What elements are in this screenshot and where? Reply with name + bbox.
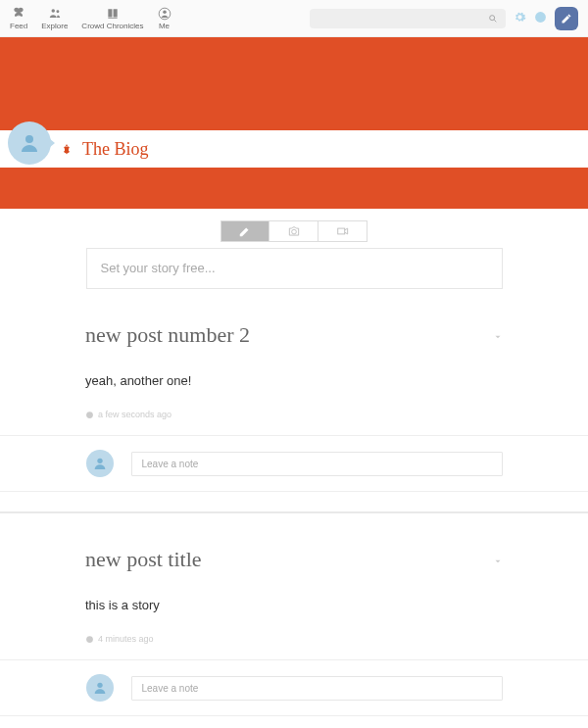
note-input-wrap[interactable] xyxy=(131,452,503,476)
pencil-icon xyxy=(561,13,572,24)
book-icon xyxy=(106,6,120,22)
svg-point-5 xyxy=(535,12,546,23)
note-section xyxy=(0,659,588,716)
blog-title: The Biog xyxy=(82,139,149,160)
post-meta: 4 minutes ago xyxy=(85,634,503,644)
story-placeholder: Set your story free... xyxy=(101,261,216,275)
avatar-icon xyxy=(18,131,41,155)
nav-feed-label: Feed xyxy=(10,22,27,30)
svg-point-10 xyxy=(86,636,93,643)
post: new post number 2 yeah, another one! a f… xyxy=(74,289,514,419)
composer-tabs xyxy=(220,220,368,242)
info-icon[interactable] xyxy=(534,10,547,27)
pencil-icon xyxy=(238,224,252,238)
post-title[interactable]: new post title xyxy=(85,547,503,572)
top-nav: Feed Explore Crowd Chronicles Me xyxy=(0,0,588,37)
story-composer[interactable]: Set your story free... xyxy=(86,248,503,289)
compose-button[interactable] xyxy=(555,7,578,30)
svg-point-6 xyxy=(25,135,33,143)
post: new post title this is a story 4 minutes… xyxy=(74,513,514,644)
svg-point-1 xyxy=(56,10,59,13)
chevron-down-icon[interactable] xyxy=(493,322,503,348)
svg-point-4 xyxy=(490,15,495,20)
post-timestamp: a few seconds ago xyxy=(98,410,172,419)
search-input[interactable] xyxy=(318,13,488,24)
nav-feed[interactable]: Feed xyxy=(10,6,27,30)
note-avatar[interactable] xyxy=(86,674,114,702)
post-title-text: new post number 2 xyxy=(85,322,250,348)
blog-avatar[interactable] xyxy=(8,121,51,165)
clock-icon xyxy=(85,411,94,419)
camera-icon xyxy=(287,224,301,238)
svg-point-8 xyxy=(86,412,93,418)
avatar-icon xyxy=(92,680,108,696)
svg-point-3 xyxy=(163,11,167,15)
post-title[interactable]: new post number 2 xyxy=(85,322,503,348)
svg-rect-7 xyxy=(337,228,344,234)
nav-explore-label: Explore xyxy=(41,22,68,30)
video-icon xyxy=(336,224,350,238)
note-input-wrap[interactable] xyxy=(131,676,503,701)
nav-me-label: Me xyxy=(159,22,170,30)
composer-tab-photo[interactable] xyxy=(270,220,318,242)
avatar-icon xyxy=(92,456,108,471)
bug-icon xyxy=(61,139,73,160)
butterfly-icon xyxy=(12,6,25,22)
composer-tab-video[interactable] xyxy=(318,220,368,242)
post-body: yeah, another one! xyxy=(85,373,503,388)
svg-point-0 xyxy=(51,9,55,13)
nav-chronicles-label: Crowd Chronicles xyxy=(81,22,143,30)
note-section xyxy=(0,435,588,492)
note-avatar[interactable] xyxy=(86,450,114,477)
chevron-down-icon[interactable] xyxy=(493,547,503,572)
user-circle-icon xyxy=(158,6,172,22)
blog-title-strip: The Biog xyxy=(0,130,588,168)
svg-point-11 xyxy=(97,683,102,688)
nav-explore[interactable]: Explore xyxy=(41,6,68,30)
search-box[interactable] xyxy=(310,9,506,28)
post-title-text: new post title xyxy=(85,547,202,572)
post-body: this is a story xyxy=(85,598,503,612)
clock-icon xyxy=(85,635,94,644)
post-meta: a few seconds ago xyxy=(85,410,503,419)
note-input[interactable] xyxy=(142,459,492,469)
composer-tab-text[interactable] xyxy=(220,220,270,242)
people-icon xyxy=(48,6,62,22)
nav-chronicles[interactable]: Crowd Chronicles xyxy=(81,6,143,30)
post-timestamp: 4 minutes ago xyxy=(98,634,154,644)
settings-icon[interactable] xyxy=(514,10,526,27)
nav-me[interactable]: Me xyxy=(158,6,172,30)
blog-hero: The Biog xyxy=(0,37,588,209)
svg-point-9 xyxy=(97,459,102,463)
search-icon xyxy=(488,10,498,27)
composer: Set your story free... xyxy=(0,209,588,289)
note-input[interactable] xyxy=(142,683,492,694)
